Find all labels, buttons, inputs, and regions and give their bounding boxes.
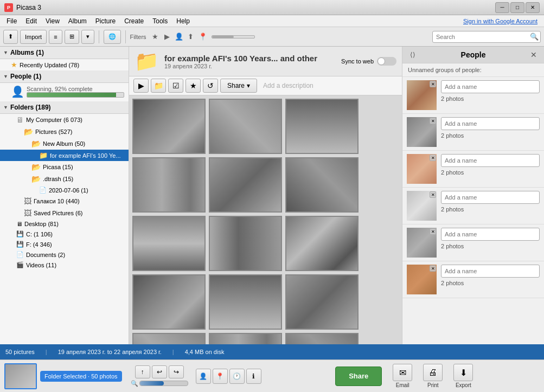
maximize-button[interactable]: □ (510, 2, 524, 13)
timeline-view-button[interactable]: 🕐 (229, 369, 245, 384)
sidebar-item-picasa[interactable]: 📂 Picasa (15) (0, 161, 129, 173)
star-button[interactable]: ★ (185, 79, 201, 93)
photo-thumb[interactable] (132, 157, 206, 213)
face-thumbnail[interactable]: ✕ (407, 117, 437, 147)
share-big-button[interactable]: Share (335, 367, 382, 386)
email-button[interactable]: ✉ Email (393, 364, 412, 388)
import-button[interactable]: Import (20, 30, 47, 44)
face-thumbnail[interactable]: ✕ (407, 154, 437, 184)
sidebar-item-new-album[interactable]: 📂 New Album (50) (0, 138, 129, 150)
photo-thumb[interactable] (209, 157, 282, 213)
face-remove-button[interactable]: ✕ (430, 265, 436, 272)
share-button[interactable]: Share ▾ (220, 79, 257, 93)
sync-toggle[interactable] (377, 57, 396, 66)
add-to-album-button[interactable]: 📁 (151, 79, 166, 93)
photo-thumb[interactable] (285, 333, 359, 344)
photo-thumb[interactable] (285, 99, 359, 154)
face-remove-button[interactable]: ✕ (430, 228, 436, 235)
face-remove-button[interactable]: ✕ (430, 81, 436, 87)
video-filter-icon[interactable]: ▶ (162, 31, 172, 42)
info-view-button[interactable]: ℹ (246, 369, 261, 384)
sidebar-item-documents[interactable]: 📄 Documents (2) (0, 249, 129, 260)
face-thumbnail[interactable]: ✕ (407, 228, 437, 258)
sign-in-link[interactable]: Sign in with Google Account (459, 17, 542, 25)
rotate-button[interactable]: ↺ (203, 79, 218, 93)
upload-button[interactable]: ⬆ (3, 30, 18, 44)
sidebar-item-f-drive[interactable]: 💾 F: (4 346) (0, 239, 129, 249)
sidebar-item-pictures[interactable]: 📂 Pictures (527) (0, 126, 129, 138)
description-field[interactable]: Add a description (259, 80, 398, 92)
sidebar-item-galaxi[interactable]: 🖼 Галакси 10 (440) (0, 195, 129, 207)
geo-button[interactable]: 🌐 (104, 30, 121, 44)
grid-view-button[interactable]: ⊞ (65, 30, 79, 44)
sidebar-item-date2020[interactable]: 📄 2020-07-06 (1) (0, 185, 129, 195)
select-all-button[interactable]: ☑ (168, 79, 183, 93)
nav-redo-button[interactable]: ↪ (169, 365, 184, 378)
photo-thumb[interactable] (285, 157, 359, 213)
photo-image (210, 100, 281, 153)
face-remove-button[interactable]: ✕ (430, 155, 436, 161)
photo-image (133, 158, 204, 211)
menu-tools[interactable]: Tools (148, 16, 172, 26)
menu-file[interactable]: File (2, 16, 21, 26)
print-button[interactable]: 🖨 Print (423, 364, 443, 388)
menu-album[interactable]: Album (64, 16, 91, 26)
photo-thumb[interactable] (209, 99, 282, 154)
photo-thumb[interactable] (209, 333, 282, 344)
face-name-input[interactable] (441, 265, 540, 278)
export-button[interactable]: ⬇ Export (453, 364, 473, 388)
photo-thumb[interactable] (132, 99, 206, 154)
nav-undo-button[interactable]: ↩ (152, 365, 167, 378)
search-input[interactable] (432, 31, 541, 43)
people-expand-icon[interactable]: ⟨⟩ (408, 50, 418, 60)
photo-thumb[interactable] (209, 274, 282, 330)
sidebar-item-selected-album[interactable]: 📁 for example AFI's 100 Ye... (0, 150, 129, 161)
sidebar-item-recently-updated[interactable]: ★ Recently Updated (78) (0, 59, 129, 70)
sidebar-item-saved-pictures[interactable]: 🖼 Saved Pictures (6) (0, 207, 129, 219)
folder-thumbnail[interactable] (4, 363, 37, 389)
face-thumbnail[interactable]: ✕ (407, 265, 437, 294)
star-filter-icon[interactable]: ★ (150, 31, 161, 42)
photo-thumb[interactable] (285, 274, 359, 330)
photo-thumb[interactable] (132, 274, 206, 330)
face-name-input[interactable] (441, 228, 540, 241)
albums-section-header[interactable]: ▼ Albums (1) (0, 47, 129, 59)
face-name-input[interactable] (441, 117, 540, 130)
face-name-input[interactable] (441, 154, 540, 167)
sidebar-item-my-computer[interactable]: 🖥 My Computer (6 073) (0, 114, 129, 126)
folders-section-header[interactable]: ▼ Folders (189) (0, 101, 129, 114)
location-view-button[interactable]: 📍 (213, 369, 228, 384)
sidebar-item-videos[interactable]: 🎬 Videos (11) (0, 260, 129, 270)
people-filter-icon[interactable]: 👤 (174, 31, 184, 42)
menu-help[interactable]: Help (172, 16, 194, 26)
face-thumbnail[interactable]: ✕ (407, 80, 437, 110)
menu-create[interactable]: Create (120, 16, 148, 26)
sidebar-item-dtrash[interactable]: 📂 .dtrash (15) (0, 173, 129, 185)
photo-thumb[interactable] (132, 333, 206, 344)
sidebar-item-desktop[interactable]: 🖥 Desktop (81) (0, 219, 129, 229)
face-thumbnail[interactable]: ✕ (407, 191, 437, 221)
minimize-button[interactable]: ─ (495, 2, 509, 13)
face-name-input[interactable] (441, 80, 540, 93)
close-button[interactable]: ✕ (526, 2, 540, 13)
face-remove-button[interactable]: ✕ (430, 118, 436, 124)
face-remove-button[interactable]: ✕ (430, 191, 436, 198)
menu-view[interactable]: View (41, 16, 64, 26)
nav-up-button[interactable]: ↑ (135, 365, 150, 378)
menu-picture[interactable]: Picture (91, 16, 120, 26)
pin-filter-icon[interactable]: 📍 (197, 31, 208, 42)
photo-thumb[interactable] (209, 216, 282, 271)
sidebar-item-c-drive[interactable]: 💾 C: (1 106) (0, 229, 129, 239)
photo-thumb[interactable] (132, 216, 206, 271)
people-section-header[interactable]: ▼ People (1) (0, 70, 129, 83)
person-view-button[interactable]: 👤 (196, 369, 211, 384)
list-view-button[interactable]: ≡ (49, 30, 62, 44)
play-slideshow-button[interactable]: ▶ (133, 79, 149, 93)
view-toggle-button[interactable]: ▾ (81, 30, 94, 44)
face-name-input[interactable] (441, 191, 540, 204)
menu-edit[interactable]: Edit (21, 16, 41, 26)
photo-thumb[interactable] (285, 216, 359, 271)
people-close-button[interactable]: ✕ (529, 50, 539, 60)
zoom-slider[interactable] (139, 381, 188, 386)
upload-filter-icon[interactable]: ⬆ (185, 31, 196, 42)
